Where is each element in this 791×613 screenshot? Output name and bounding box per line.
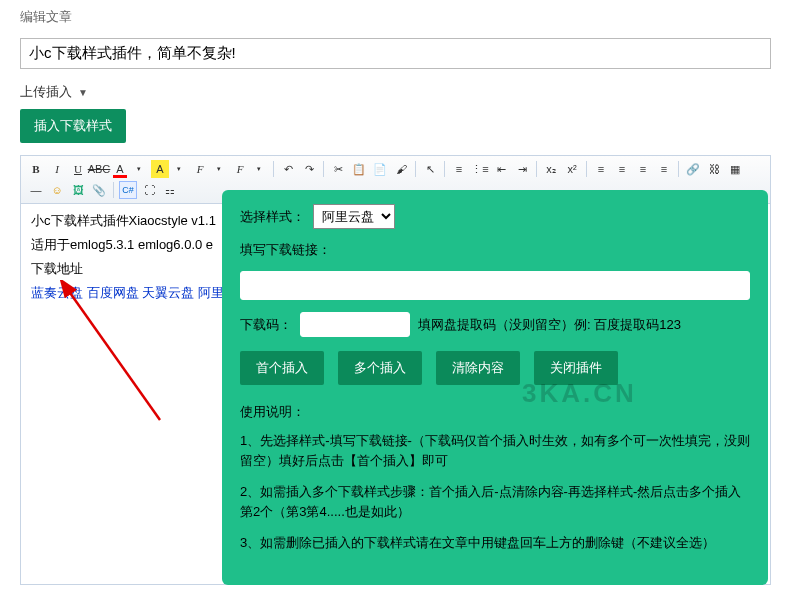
brush-icon[interactable]: 🖌: [392, 160, 410, 178]
code-input-label: 下载码：: [240, 316, 292, 334]
strikethrough-icon[interactable]: ABC: [90, 160, 108, 178]
instruction-item: 2、如需插入多个下载样式步骤：首个插入后-点清除内容-再选择样式-然后点击多个插…: [240, 482, 750, 521]
cursor-icon[interactable]: ↖: [421, 160, 439, 178]
fullscreen-icon[interactable]: ⛶: [140, 181, 158, 199]
image-icon[interactable]: 🖼: [69, 181, 87, 199]
align-center-icon[interactable]: ≡: [613, 160, 631, 178]
cut-icon[interactable]: ✂: [329, 160, 347, 178]
upload-insert-label[interactable]: 上传插入: [20, 83, 72, 101]
align-justify-icon[interactable]: ≡: [655, 160, 673, 178]
close-plugin-button[interactable]: 关闭插件: [534, 351, 618, 385]
subscript-icon[interactable]: x₂: [542, 160, 560, 178]
link-input-label: 填写下载链接：: [240, 241, 331, 259]
table-icon[interactable]: ▦: [726, 160, 744, 178]
unlink-icon[interactable]: ⛓: [705, 160, 723, 178]
ordered-list-icon[interactable]: ≡: [450, 160, 468, 178]
indent-icon[interactable]: ⇥: [513, 160, 531, 178]
page-title: 编辑文章: [20, 8, 771, 26]
align-right-icon[interactable]: ≡: [634, 160, 652, 178]
dropdown-icon[interactable]: ▾: [210, 160, 228, 178]
font-family-icon[interactable]: F: [191, 160, 209, 178]
caret-down-icon[interactable]: ▼: [78, 87, 88, 98]
download-style-plugin-panel: 选择样式： 阿里云盘 填写下载链接： 下载码： 填网盘提取码（没则留空）例: 百…: [222, 190, 768, 585]
italic-icon[interactable]: I: [48, 160, 66, 178]
dropdown-icon[interactable]: ▾: [250, 160, 268, 178]
paste-icon[interactable]: 📋: [350, 160, 368, 178]
emoji-icon[interactable]: ☺: [48, 181, 66, 199]
outdent-icon[interactable]: ⇤: [492, 160, 510, 178]
style-select-label: 选择样式：: [240, 208, 305, 226]
style-select[interactable]: 阿里云盘: [313, 204, 395, 229]
download-link-input[interactable]: [240, 271, 750, 300]
code-hint-text: 填网盘提取码（没则留空）例: 百度提取码123: [418, 316, 681, 334]
first-insert-button[interactable]: 首个插入: [240, 351, 324, 385]
copy-icon[interactable]: 📄: [371, 160, 389, 178]
font-size-icon[interactable]: F: [231, 160, 249, 178]
instruction-item: 3、如需删除已插入的下载样式请在文章中用键盘回车上方的删除键（不建议全选）: [240, 533, 750, 553]
dropdown-icon[interactable]: ▾: [170, 160, 188, 178]
undo-icon[interactable]: ↶: [279, 160, 297, 178]
bold-icon[interactable]: B: [27, 160, 45, 178]
dropdown-icon[interactable]: ▾: [130, 160, 148, 178]
unordered-list-icon[interactable]: ⋮≡: [471, 160, 489, 178]
clear-content-button[interactable]: 清除内容: [436, 351, 520, 385]
redo-icon[interactable]: ↷: [300, 160, 318, 178]
superscript-icon[interactable]: x²: [563, 160, 581, 178]
insert-download-style-button[interactable]: 插入下载样式: [20, 109, 126, 143]
instructions-title: 使用说明：: [240, 403, 750, 421]
source-icon[interactable]: ⚏: [161, 181, 179, 199]
highlight-icon[interactable]: A: [151, 160, 169, 178]
attachment-icon[interactable]: 📎: [90, 181, 108, 199]
underline-icon[interactable]: U: [69, 160, 87, 178]
download-code-input[interactable]: [300, 312, 410, 337]
font-color-icon[interactable]: A: [111, 160, 129, 178]
instruction-item: 1、先选择样式-填写下载链接-（下载码仅首个插入时生效，如有多个可一次性填完，没…: [240, 431, 750, 470]
align-left-icon[interactable]: ≡: [592, 160, 610, 178]
article-title-input[interactable]: [20, 38, 771, 69]
link-icon[interactable]: 🔗: [684, 160, 702, 178]
hr-icon[interactable]: —: [27, 181, 45, 199]
multi-insert-button[interactable]: 多个插入: [338, 351, 422, 385]
code-icon[interactable]: C#: [119, 181, 137, 199]
